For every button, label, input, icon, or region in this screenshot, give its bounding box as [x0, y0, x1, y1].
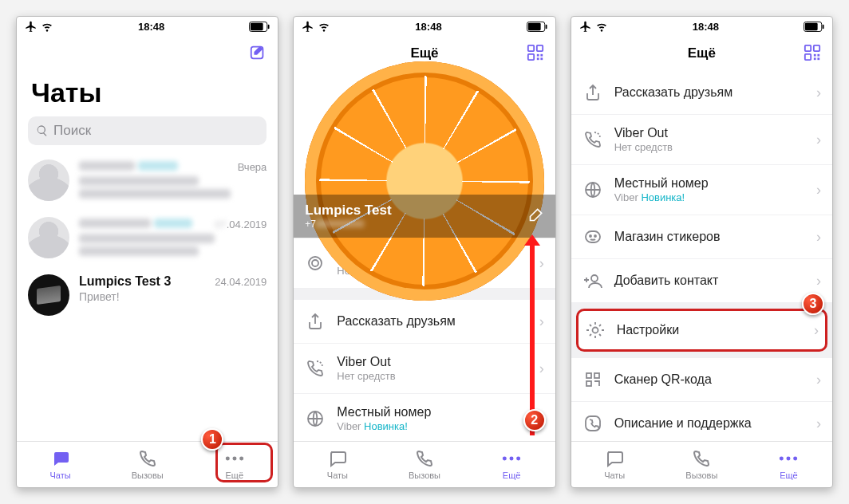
chevron-right-icon: ›: [814, 322, 819, 339]
screen-more-profile: 18:48 Ещё Lumpics Test +7000000000 Пабли…: [293, 16, 555, 488]
qr-button[interactable]: [804, 44, 821, 65]
svg-point-22: [516, 457, 520, 461]
page-title: Чаты: [17, 71, 278, 116]
airplane-icon: [579, 21, 591, 33]
chevron-right-icon: ›: [816, 273, 821, 289]
tab-calls[interactable]: Вызовы: [381, 442, 468, 487]
tab-calls[interactable]: Вызовы: [658, 442, 745, 487]
svg-point-5: [232, 457, 236, 461]
chevron-right-icon: ›: [816, 85, 821, 101]
step-badge-3: 3: [802, 293, 824, 315]
svg-rect-31: [814, 57, 816, 60]
airplane-icon: [302, 21, 314, 33]
tab-chats[interactable]: Чаты: [294, 442, 381, 487]
chat-preview: Привет!: [79, 290, 267, 303]
svg-point-44: [787, 457, 791, 461]
svg-rect-25: [823, 24, 824, 29]
status-time: 18:48: [138, 21, 164, 33]
chat-row[interactable]: Вчера: [17, 152, 278, 209]
profile-name: Lumpics Test: [305, 203, 391, 219]
search-placeholder: Поиск: [53, 123, 91, 139]
compose-button[interactable]: [249, 44, 267, 65]
svg-point-38: [592, 328, 598, 333]
status-bar: 18:48: [571, 17, 832, 36]
svg-rect-10: [527, 45, 533, 51]
edit-profile-button[interactable]: [528, 207, 544, 226]
chat-name: Lumpics Test 3: [79, 274, 171, 289]
row-local-number[interactable]: Местный номер Viber Новинка! ›: [571, 165, 832, 215]
chat-list: Вчера 07.04.2019 Lumpics Test 3 24.04.20…: [17, 152, 278, 441]
chevron-right-icon: ›: [539, 360, 544, 377]
chat-date: Вчера: [238, 161, 267, 173]
chevron-right-icon: ›: [816, 415, 821, 432]
add-contact-icon: [582, 270, 603, 291]
screen-chats: 18:48 Чаты Поиск Вчера 07.04.2019: [16, 16, 278, 488]
row-stickers[interactable]: Магазин стикеров ›: [571, 215, 832, 259]
share-icon: [582, 82, 603, 103]
svg-rect-13: [536, 54, 539, 57]
wifi-icon: [318, 20, 330, 33]
svg-point-18: [309, 257, 322, 270]
row-settings[interactable]: Настройки ›: [576, 309, 827, 352]
svg-rect-2: [268, 24, 270, 29]
row-share[interactable]: Рассказать друзьям ›: [571, 71, 832, 115]
chevron-right-icon: ›: [539, 313, 544, 330]
avatar: [28, 159, 69, 201]
svg-rect-26: [805, 45, 811, 51]
airplane-icon: [25, 21, 37, 33]
nav-title: Ещё: [410, 45, 438, 61]
row-about[interactable]: Описание и поддержка ›: [571, 402, 832, 441]
profile-phone: +7000000000: [305, 219, 391, 230]
search-input[interactable]: Поиск: [28, 116, 267, 145]
qr-button[interactable]: [527, 44, 544, 65]
svg-rect-8: [527, 22, 540, 30]
gear-icon: [585, 320, 606, 341]
tab-more[interactable]: Ещё: [191, 442, 278, 487]
row-share[interactable]: Рассказать друзьям ›: [294, 300, 555, 344]
row-add-contact[interactable]: Добавить контакт ›: [571, 259, 832, 302]
tab-bar: Чаты Вызовы Ещё: [17, 441, 278, 487]
chevron-right-icon: ›: [816, 182, 821, 199]
viber-icon: [582, 413, 603, 434]
profile-header[interactable]: Lumpics Test +7000000000: [294, 71, 555, 238]
tab-chats[interactable]: Чаты: [17, 442, 104, 487]
wifi-icon: [41, 20, 53, 33]
tab-calls[interactable]: Вызовы: [104, 442, 191, 487]
tab-more[interactable]: Ещё: [468, 442, 555, 487]
row-viber-out[interactable]: Viber Out Нет средств ›: [294, 344, 555, 394]
chevron-right-icon: ›: [816, 372, 821, 388]
battery-icon: [804, 22, 824, 32]
svg-rect-28: [805, 54, 811, 60]
more-icon: [224, 449, 245, 468]
phone-icon: [691, 449, 712, 468]
chat-icon: [327, 449, 348, 468]
svg-point-43: [780, 457, 784, 461]
chat-row[interactable]: Lumpics Test 3 24.04.2019 Привет!: [17, 266, 278, 324]
chevron-right-icon: ›: [816, 132, 821, 148]
svg-rect-12: [527, 54, 533, 60]
nav-bar: [17, 36, 278, 71]
chat-row[interactable]: 07.04.2019: [17, 209, 278, 266]
annotation-arrow: [530, 244, 535, 435]
tab-chats[interactable]: Чаты: [571, 442, 658, 487]
globe-icon: [305, 408, 326, 429]
status-time: 18:48: [693, 21, 719, 33]
nav-bar: Ещё: [571, 36, 832, 71]
svg-point-17: [312, 260, 318, 266]
row-viber-out[interactable]: Viber Out Нет средств ›: [571, 115, 832, 165]
svg-point-21: [510, 457, 514, 461]
row-local-number[interactable]: Местный номер Viber Новинка! ›: [294, 394, 555, 441]
svg-point-4: [226, 457, 230, 461]
tab-more[interactable]: Ещё: [745, 442, 832, 487]
avatar: [28, 217, 69, 258]
avatar: [28, 274, 69, 316]
svg-point-6: [239, 457, 243, 461]
svg-rect-39: [586, 373, 591, 378]
public-icon: [305, 253, 326, 274]
svg-rect-1: [251, 22, 263, 30]
svg-rect-40: [594, 373, 599, 378]
row-qr-scanner[interactable]: Сканер QR-кода ›: [571, 358, 832, 402]
search-icon: [36, 124, 49, 137]
viberout-icon: [582, 129, 603, 150]
chat-icon: [604, 449, 625, 468]
